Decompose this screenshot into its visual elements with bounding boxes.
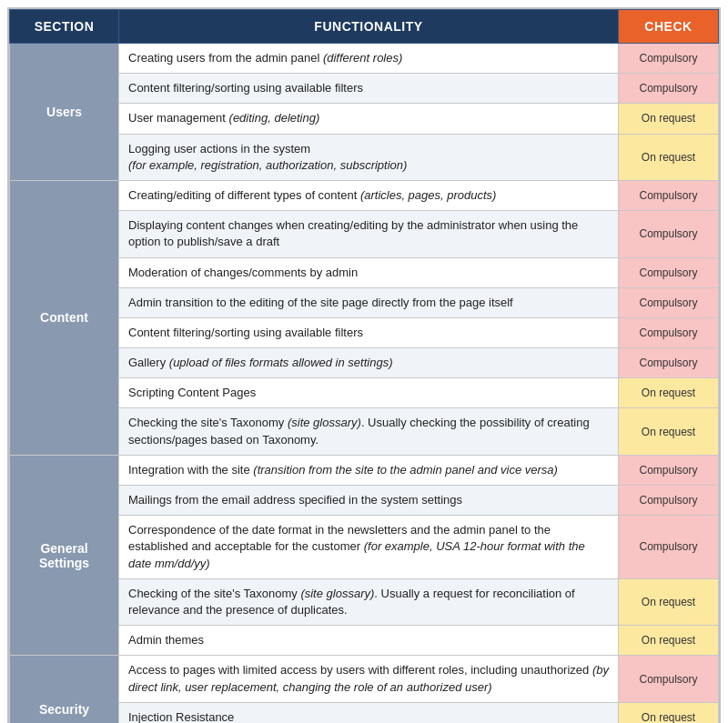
table-row: GeneralSettingsIntegration with the site… bbox=[10, 455, 719, 485]
check-cell: Compulsory bbox=[619, 656, 719, 702]
check-header: CHECK bbox=[619, 10, 719, 44]
check-cell: Compulsory bbox=[619, 180, 719, 210]
functionality-cell: Checking the site's Taxonomy (site gloss… bbox=[119, 408, 619, 455]
section-cell: Content bbox=[10, 180, 119, 455]
functionality-cell: Creating users from the admin panel (dif… bbox=[119, 44, 619, 74]
functionality-cell: Content filtering/sorting using availabl… bbox=[119, 74, 619, 104]
table-row: SecurityAccess to pages with limited acc… bbox=[10, 656, 719, 702]
check-cell: On request bbox=[619, 626, 719, 656]
check-cell: On request bbox=[619, 134, 719, 180]
section-header: SECTION bbox=[10, 10, 119, 44]
functionality-cell: Moderation of changes/comments by admin bbox=[119, 257, 619, 287]
functionality-cell: Displaying content changes when creating… bbox=[119, 211, 619, 257]
check-cell: On request bbox=[619, 702, 719, 723]
functionality-cell: Checking of the site's Taxonomy (site gl… bbox=[119, 578, 619, 625]
functionality-cell: Correspondence of the date format in the… bbox=[119, 516, 619, 579]
section-cell: Users bbox=[10, 44, 119, 181]
check-cell: Compulsory bbox=[619, 44, 719, 74]
check-cell: Compulsory bbox=[619, 257, 719, 287]
functionality-cell: Content filtering/sorting using availabl… bbox=[119, 317, 619, 347]
functionality-cell: Access to pages with limited access by u… bbox=[119, 656, 619, 702]
check-cell: On request bbox=[619, 378, 719, 408]
table-row: UsersCreating users from the admin panel… bbox=[10, 44, 719, 74]
functionality-cell: Admin transition to the editing of the s… bbox=[119, 287, 619, 317]
functionality-cell: Scripting Content Pages bbox=[119, 378, 619, 408]
check-cell: Compulsory bbox=[619, 74, 719, 104]
check-cell: On request bbox=[619, 408, 719, 455]
check-cell: Compulsory bbox=[619, 317, 719, 347]
functionality-cell: User management (editing, deleting) bbox=[119, 104, 619, 134]
functionality-cell: Mailings from the email address specifie… bbox=[119, 486, 619, 516]
check-cell: Compulsory bbox=[619, 287, 719, 317]
check-cell: Compulsory bbox=[619, 516, 719, 579]
check-cell: Compulsory bbox=[619, 486, 719, 516]
functionality-table: SECTION FUNCTIONALITY CHECK UsersCreatin… bbox=[9, 9, 719, 723]
functionality-cell: Creating/editing of different types of c… bbox=[119, 180, 619, 210]
section-cell: Security bbox=[10, 656, 119, 723]
table-row: ContentCreating/editing of different typ… bbox=[10, 180, 719, 210]
check-cell: Compulsory bbox=[619, 455, 719, 485]
functionality-cell: Logging user actions in the system(for e… bbox=[119, 134, 619, 180]
check-cell: Compulsory bbox=[619, 348, 719, 378]
functionality-cell: Gallery (upload of files formats allowed… bbox=[119, 348, 619, 378]
functionality-header: FUNCTIONALITY bbox=[119, 10, 619, 44]
check-cell: Compulsory bbox=[619, 211, 719, 257]
check-cell: On request bbox=[619, 578, 719, 625]
check-cell: On request bbox=[619, 104, 719, 134]
functionality-cell: Integration with the site (transition fr… bbox=[119, 455, 619, 485]
functionality-cell: Injection Resistance bbox=[119, 702, 619, 723]
functionality-cell: Admin themes bbox=[119, 626, 619, 656]
main-table-wrapper: SECTION FUNCTIONALITY CHECK UsersCreatin… bbox=[7, 7, 721, 723]
section-cell: GeneralSettings bbox=[10, 455, 119, 656]
